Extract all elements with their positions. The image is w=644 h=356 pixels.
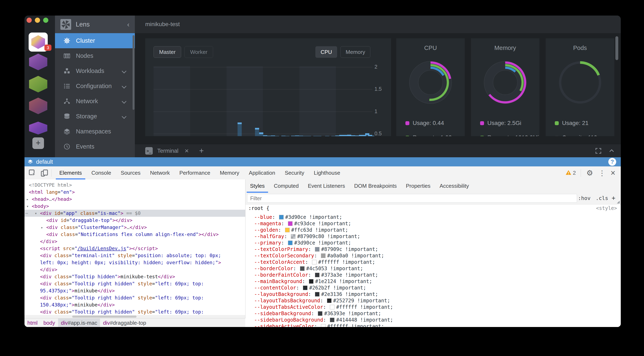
dom-tree-line[interactable]: ▸<div class="ClusterManager">…</div> bbox=[24, 224, 245, 231]
help-button[interactable]: ? bbox=[608, 158, 616, 166]
dom-tree-line[interactable]: ⋯▾<div id="app" class="is-mac"> == $0 bbox=[24, 210, 245, 217]
sidebar-item-storage[interactable]: Storage bbox=[55, 109, 135, 124]
dom-tree-line[interactable]: <div class="terminal-init" style="positi… bbox=[24, 252, 245, 259]
minimize-window-button[interactable] bbox=[35, 18, 40, 23]
devtools-close-icon[interactable]: × bbox=[610, 168, 615, 178]
chevron-down-icon[interactable] bbox=[122, 69, 126, 74]
dom-tree-line[interactable]: ▸<head>…</head> bbox=[24, 196, 245, 203]
chart-bar[interactable] bbox=[343, 135, 347, 136]
css-variable-row[interactable]: --mainBackground: #1e2124 !important; bbox=[246, 278, 621, 285]
content-scrollbar[interactable] bbox=[615, 36, 618, 60]
css-selector[interactable]: :root { bbox=[248, 205, 269, 211]
color-swatch[interactable] bbox=[318, 311, 322, 316]
chart-bar[interactable] bbox=[259, 132, 263, 136]
css-variable-row[interactable]: --sidebarActiveColor: #ffffff !important… bbox=[246, 323, 621, 327]
color-swatch[interactable] bbox=[315, 292, 320, 297]
metric-tab-memory[interactable]: Memory bbox=[340, 46, 370, 58]
dom-tree-line[interactable]: <div class="Tooltip right hidden" style=… bbox=[24, 308, 245, 315]
chart-bar[interactable] bbox=[263, 135, 267, 136]
devtools-tab-application[interactable]: Application bbox=[244, 167, 280, 179]
sidebar-scrollbar[interactable] bbox=[132, 35, 134, 110]
styles-tab-accessibility[interactable]: Accessibility bbox=[435, 179, 474, 193]
dom-tree-line[interactable]: <script src="/build/LensDev.js"></script… bbox=[24, 245, 245, 252]
namespace-label[interactable]: default bbox=[36, 159, 53, 165]
css-variable-row[interactable]: --magenta: #c93dce !important; bbox=[246, 220, 621, 227]
dom-tree-line[interactable]: </div> bbox=[24, 238, 245, 245]
css-variable-row[interactable]: --borderFaintColor: #373a3e !important; bbox=[246, 272, 621, 278]
toggle-element-state-button[interactable]: :hov bbox=[578, 195, 590, 201]
gear-icon[interactable]: ⚙ bbox=[586, 169, 593, 178]
chart-bar[interactable] bbox=[255, 128, 259, 136]
chart-bar[interactable] bbox=[267, 136, 271, 136]
color-swatch[interactable] bbox=[315, 247, 320, 252]
dom-tree-line[interactable]: <div id="draggable-top"></div> bbox=[24, 217, 245, 224]
color-swatch[interactable] bbox=[309, 279, 314, 284]
chart-bar[interactable] bbox=[335, 136, 340, 136]
dom-tree-line[interactable]: 150.438px;">minikube</div> bbox=[24, 301, 245, 308]
cluster-icon-4[interactable] bbox=[29, 98, 47, 114]
css-variable-row[interactable]: --primary: #3d90ce !important; bbox=[246, 240, 621, 246]
devtools-tab-sources[interactable]: Sources bbox=[116, 167, 145, 179]
sidebar-item-events[interactable]: Events bbox=[55, 139, 135, 154]
warning-count[interactable]: 2 bbox=[573, 170, 576, 176]
chart-bar[interactable] bbox=[291, 136, 295, 136]
breadcrumb-item[interactable]: html bbox=[24, 319, 40, 327]
chart-bar[interactable] bbox=[281, 136, 286, 136]
css-variable-row[interactable]: --textColorAccent: #ffffff !important; bbox=[246, 259, 621, 265]
expand-arrow-icon[interactable]: ▾ bbox=[35, 210, 37, 217]
css-variable-row[interactable]: --contentColor: #262b2f !important; bbox=[246, 285, 621, 291]
color-swatch[interactable] bbox=[312, 260, 316, 264]
expand-arrow-icon[interactable]: ▸ bbox=[26, 196, 29, 203]
styles-filter-input[interactable] bbox=[247, 194, 577, 203]
device-toolbar-icon[interactable] bbox=[40, 169, 48, 177]
css-variable-row[interactable]: --textColorSecondary: #a0a0a0 !important… bbox=[246, 253, 621, 259]
dom-tree-line[interactable]: ▾<body> bbox=[24, 203, 245, 210]
color-swatch[interactable] bbox=[330, 305, 334, 309]
chevron-down-icon[interactable] bbox=[122, 114, 126, 119]
sidebar-item-nodes[interactable]: Nodes bbox=[55, 48, 135, 63]
color-swatch[interactable] bbox=[291, 234, 296, 239]
zoom-window-button[interactable] bbox=[43, 18, 48, 23]
chevron-down-icon[interactable] bbox=[122, 84, 126, 89]
dom-tree-line[interactable]: left: 0px; height: 0px; visibility: hidd… bbox=[24, 259, 245, 266]
chart-bar[interactable] bbox=[238, 123, 242, 136]
new-style-rule-button[interactable]: + bbox=[612, 194, 615, 202]
inspect-element-icon[interactable] bbox=[28, 169, 36, 177]
resize-grip-icon[interactable] bbox=[617, 200, 620, 203]
close-window-button[interactable] bbox=[26, 18, 32, 23]
add-cluster-button[interactable]: + bbox=[32, 137, 44, 149]
chart-bar[interactable] bbox=[370, 136, 374, 136]
css-variable-row[interactable]: --layoutBackground: #2e3136 !important; bbox=[246, 291, 621, 298]
color-swatch[interactable] bbox=[330, 318, 334, 322]
color-swatch[interactable] bbox=[321, 324, 326, 327]
sidebar-item-namespaces[interactable]: Namespaces bbox=[55, 124, 135, 139]
color-swatch[interactable] bbox=[327, 298, 332, 303]
warning-icon[interactable] bbox=[565, 170, 572, 177]
dom-tree-line[interactable]: <div class="Tooltip right hidden" style=… bbox=[24, 280, 245, 287]
color-swatch[interactable] bbox=[288, 221, 292, 226]
horizontal-scrollbar[interactable] bbox=[24, 315, 245, 318]
dom-tree-line[interactable]: <html lang="en"> bbox=[24, 188, 245, 196]
color-swatch[interactable] bbox=[321, 253, 326, 258]
chart-bar[interactable] bbox=[351, 135, 355, 136]
terminal-tab-label[interactable]: Terminal bbox=[157, 148, 178, 154]
css-variable-row[interactable]: --borderColor: #4c5053 !important; bbox=[246, 265, 621, 272]
chart-bar[interactable] bbox=[271, 136, 275, 136]
cluster-icon-5[interactable] bbox=[29, 122, 47, 135]
breadcrumb-item[interactable]: div#app.is-mac bbox=[58, 319, 100, 327]
metric-tab-cpu[interactable]: CPU bbox=[315, 46, 337, 58]
sidebar-collapse-icon[interactable]: ‹ bbox=[127, 20, 130, 28]
color-swatch[interactable] bbox=[285, 228, 290, 232]
color-swatch[interactable] bbox=[300, 266, 304, 271]
breadcrumb-item[interactable]: div#draggable-top bbox=[100, 319, 149, 327]
dom-tree-line[interactable]: <!DOCTYPE html> bbox=[24, 181, 245, 188]
devtools-tab-performance[interactable]: Performance bbox=[175, 167, 215, 179]
terminal-fullscreen-icon[interactable] bbox=[595, 148, 602, 154]
dom-tree-line[interactable]: <div class="Tooltip right hidden" style=… bbox=[24, 294, 245, 301]
breadcrumb-item[interactable]: body bbox=[40, 319, 58, 327]
chart-bar[interactable] bbox=[355, 136, 359, 136]
devtools-tab-elements[interactable]: Elements bbox=[54, 167, 86, 179]
css-variable-row[interactable]: --blue: #3d90ce !important; bbox=[246, 214, 621, 220]
color-swatch[interactable] bbox=[279, 215, 284, 219]
cluster-icon-3[interactable] bbox=[29, 76, 47, 92]
